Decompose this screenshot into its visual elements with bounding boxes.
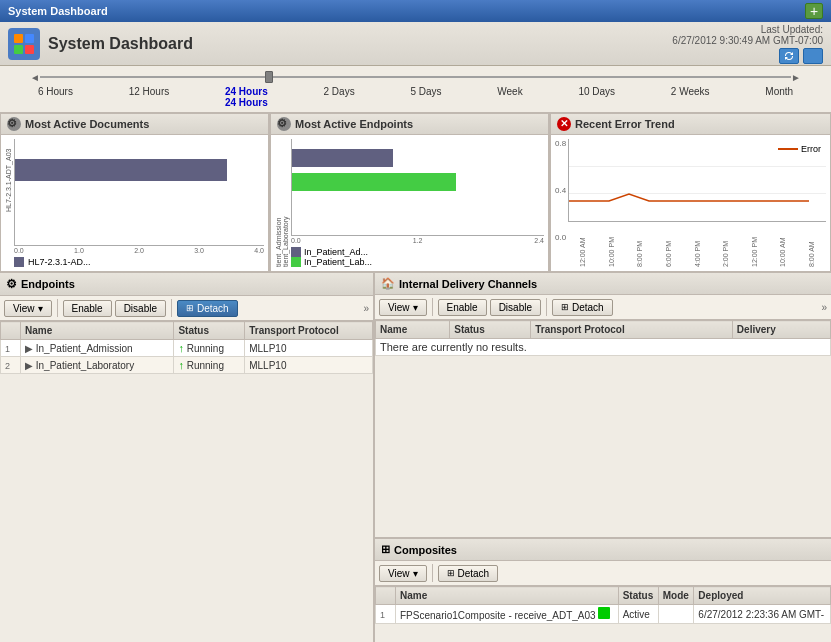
svg-rect-2	[14, 45, 23, 54]
svg-rect-3	[25, 45, 34, 54]
slider-track[interactable]: ◄ ►	[20, 70, 811, 84]
settings-icon[interactable]	[803, 48, 823, 64]
endpoints-detach-button[interactable]: ⊞ Detach	[177, 300, 238, 317]
refresh-icon[interactable]	[779, 48, 799, 64]
idc-detach-button[interactable]: ⊞ Detach	[552, 299, 613, 316]
idc-enable-button[interactable]: Enable	[438, 299, 487, 316]
idc-no-results-row: There are currently no results.	[376, 339, 831, 356]
header-right: Last Updated: 6/27/2012 9:30:49 AM GMT-0…	[672, 24, 823, 64]
time-option-5d[interactable]: 5 Days	[410, 86, 441, 108]
ep-x-labels: 0.0 1.2 2.4	[291, 236, 544, 245]
svg-rect-1	[25, 34, 34, 43]
ep-chart-area: tient_Admission tient_Laboratory 0.0 1.2	[275, 139, 544, 267]
col-status: Status	[174, 322, 245, 340]
idc-col-status: Status	[450, 321, 531, 339]
main-container: System Dashboard Last Updated: 6/27/2012…	[0, 22, 831, 642]
error-legend-line	[778, 148, 798, 150]
header-left: System Dashboard	[8, 28, 193, 60]
bars-container	[14, 139, 264, 246]
error-legend: Error	[778, 144, 821, 154]
error-y-labels: 0.8 0.4 0.0	[555, 139, 568, 267]
recent-error-trend-panel: ✕ Recent Error Trend 0.8 0.4 0.0	[550, 113, 831, 272]
endpoints-table: Name Status Transport Protocol 1 ▶ In_Pa…	[0, 321, 373, 374]
comp-col-status: Status	[618, 587, 658, 605]
endpoints-toolbar: View ▾ Enable Disable ⊞ Detach »	[0, 296, 373, 321]
idc-disable-button[interactable]: Disable	[490, 299, 541, 316]
slider-right-arrow[interactable]: ►	[791, 72, 801, 83]
slider-left-arrow[interactable]: ◄	[30, 72, 40, 83]
time-option-2d[interactable]: 2 Days	[324, 86, 355, 108]
time-option-2w[interactable]: 2 Weeks	[671, 86, 710, 108]
ep-legend: In_Patient_Ad... In_Patient_Lab...	[291, 247, 544, 267]
add-tab-button[interactable]: +	[805, 3, 823, 19]
time-option-24h[interactable]: 24 Hours 24 Hours	[225, 86, 268, 108]
idc-col-delivery: Delivery	[732, 321, 830, 339]
bottom-panels: ⚙ Endpoints View ▾ Enable Disable ⊞ Deta…	[0, 273, 831, 642]
gear-icon-2: ⚙	[277, 117, 291, 131]
endpoints-gear-icon: ⚙	[6, 277, 17, 291]
idc-col-name: Name	[376, 321, 450, 339]
ep-y-labels: tient_Admission tient_Laboratory	[275, 144, 289, 267]
most-active-endpoints-panel: ⚙ Most Active Endpoints tient_Admission …	[270, 113, 550, 272]
comp-col-mode: Mode	[658, 587, 694, 605]
window-title: System Dashboard	[8, 5, 108, 17]
time-option-week[interactable]: Week	[497, 86, 522, 108]
composites-toolbar: View ▾ ⊞ Detach	[375, 561, 831, 586]
error-chart: 0.8 0.4 0.0	[555, 139, 826, 267]
header-title: System Dashboard	[48, 35, 193, 53]
gear-icon-1: ⚙	[7, 117, 21, 131]
most-active-documents-content: HL7-2.3.1-ADT_A03 0.0 1.0 2.0	[1, 135, 268, 271]
comp-col-num	[376, 587, 396, 605]
ep-bar-area: 0.0 1.2 2.4 In_Patient_Ad...	[291, 139, 544, 267]
recent-error-trend-content: 0.8 0.4 0.0	[551, 135, 830, 271]
idc-icon: 🏠	[381, 277, 395, 290]
endpoints-enable-button[interactable]: Enable	[63, 300, 112, 317]
composites-detach-button[interactable]: ⊞ Detach	[438, 565, 499, 582]
idc-sep-2	[546, 298, 547, 316]
ep-bars	[291, 139, 544, 236]
legend-color-laboratory	[291, 257, 301, 267]
endpoints-disable-button[interactable]: Disable	[115, 300, 166, 317]
endpoints-view-button[interactable]: View ▾	[4, 300, 52, 317]
time-option-month[interactable]: Month	[765, 86, 793, 108]
slider-handle[interactable]	[265, 71, 273, 83]
composite-status-indicator	[598, 607, 610, 619]
error-icon: ✕	[557, 117, 571, 131]
idc-section: 🏠 Internal Delivery Channels View ▾ Enab…	[375, 273, 831, 537]
right-panels: 🏠 Internal Delivery Channels View ▾ Enab…	[375, 273, 831, 642]
status-running-icon-1: ↑	[178, 342, 184, 354]
legend-color-admission	[291, 247, 301, 257]
idc-header: 🏠 Internal Delivery Channels	[375, 273, 831, 295]
idc-sep-1	[432, 298, 433, 316]
dashboard-icon	[8, 28, 40, 60]
idc-view-button[interactable]: View ▾	[379, 299, 427, 316]
endpoints-section: ⚙ Endpoints View ▾ Enable Disable ⊞ Deta…	[0, 273, 375, 642]
title-bar: System Dashboard +	[0, 0, 831, 22]
legend-color-hl7	[14, 257, 24, 267]
composites-view-button[interactable]: View ▾	[379, 565, 427, 582]
most-active-documents-header: ⚙ Most Active Documents	[1, 114, 268, 135]
status-running-icon-2: ↑	[178, 359, 184, 371]
ep-bar-1	[292, 149, 393, 167]
col-name: Name	[21, 322, 174, 340]
endpoints-expand-button[interactable]: »	[363, 303, 369, 314]
most-active-endpoints-content: tient_Admission tient_Laboratory 0.0 1.2	[271, 135, 548, 271]
idc-expand-button[interactable]: »	[821, 302, 827, 313]
header: System Dashboard Last Updated: 6/27/2012…	[0, 22, 831, 66]
time-option-10d[interactable]: 10 Days	[578, 86, 615, 108]
most-active-documents-panel: ⚙ Most Active Documents HL7-2.3.1-ADT_A0…	[0, 113, 270, 272]
idc-col-protocol: Transport Protocol	[531, 321, 733, 339]
x-axis-labels: 0.0 1.0 2.0 3.0 4.0	[14, 246, 264, 255]
time-slider-section: ◄ ► 6 Hours 12 Hours 24 Hours 24 Hours 2…	[0, 66, 831, 113]
chart-legend: HL7-2.3.1-AD...	[14, 257, 264, 267]
y-axis-labels: HL7-2.3.1-ADT_A03	[5, 149, 12, 229]
time-option-12h[interactable]: 12 Hours	[129, 86, 170, 108]
error-x-labels: 12:00 AM 10:00 PM 8:00 PM 6:00 PM 4:00 P…	[568, 222, 826, 267]
timestamp: 6/27/2012 9:30:49 AM GMT-07:00	[672, 35, 823, 46]
endpoints-table-container: Name Status Transport Protocol 1 ▶ In_Pa…	[0, 321, 373, 642]
endpoints-header: ⚙ Endpoints	[0, 273, 373, 296]
svg-rect-0	[14, 34, 23, 43]
most-active-endpoints-header: ⚙ Most Active Endpoints	[271, 114, 548, 135]
composites-icon: ⊞	[381, 543, 390, 556]
time-option-6h[interactable]: 6 Hours	[38, 86, 73, 108]
